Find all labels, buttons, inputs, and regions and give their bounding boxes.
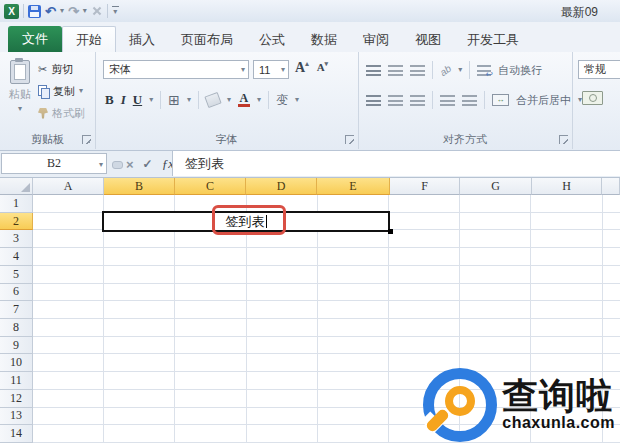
alignment-group-label: 对齐方式 xyxy=(358,132,572,147)
increase-indent-icon[interactable] xyxy=(462,95,477,106)
borders-icon[interactable]: ⊞ xyxy=(168,93,180,107)
customize-tool-icon[interactable] xyxy=(91,5,103,17)
row-header-4[interactable]: 4 xyxy=(0,248,33,266)
wrap-text-button[interactable]: 自动换行 xyxy=(498,63,542,78)
column-header-D[interactable]: D xyxy=(246,178,317,195)
phonetic-guide-icon[interactable]: 变 xyxy=(276,92,288,109)
align-top-icon[interactable] xyxy=(366,65,381,76)
number-format-select[interactable]: 常规 xyxy=(578,60,620,79)
tab-formulas[interactable]: 公式 xyxy=(246,27,298,52)
row-headers: 1234567891011121314 xyxy=(0,195,33,443)
row-header-7[interactable]: 7 xyxy=(0,301,33,319)
row-header-14[interactable]: 14 xyxy=(0,425,33,443)
font-size-select[interactable]: 11 ▾ xyxy=(253,60,289,79)
clipboard-dialog-launcher-icon[interactable] xyxy=(82,135,91,144)
column-header-C[interactable]: C xyxy=(175,178,246,195)
align-left-icon[interactable] xyxy=(366,95,381,106)
ribbon: 粘贴 ▾ ✂ 剪切 复制 ▾ 格式刷 剪贴板 宋体 ▾ xyxy=(0,52,620,151)
orientation-icon[interactable]: ab xyxy=(438,62,453,77)
name-box-dropdown-icon[interactable]: ▾ xyxy=(99,161,103,169)
separator xyxy=(432,61,433,79)
cancel-icon[interactable]: × xyxy=(126,157,134,172)
font-name-value: 宋体 xyxy=(109,62,131,77)
undo-icon[interactable]: ↶ xyxy=(45,5,56,18)
group-clipboard: 粘贴 ▾ ✂ 剪切 复制 ▾ 格式刷 剪贴板 xyxy=(0,52,96,149)
tab-insert[interactable]: 插入 xyxy=(116,27,168,52)
column-header-F[interactable]: F xyxy=(390,178,460,195)
ribbon-tab-strip: 文件 开始 插入 页面布局 公式 数据 审阅 视图 开发工具 xyxy=(0,22,620,53)
underline-dropdown-icon[interactable]: ▾ xyxy=(149,96,153,104)
row-header-8[interactable]: 8 xyxy=(0,319,33,337)
excel-app-icon[interactable]: X xyxy=(4,4,19,19)
shrink-font-button[interactable]: A▾ xyxy=(317,60,328,73)
enter-icon[interactable]: ✓ xyxy=(143,157,153,171)
select-all-triangle-icon xyxy=(21,183,30,192)
font-color-dropdown-icon[interactable]: ▾ xyxy=(257,96,261,104)
align-middle-icon[interactable] xyxy=(388,65,403,76)
borders-dropdown-icon[interactable]: ▾ xyxy=(187,96,191,104)
copy-button[interactable]: 复制 ▾ xyxy=(38,80,94,102)
underline-button[interactable]: U xyxy=(133,92,142,108)
copy-dropdown-icon[interactable]: ▾ xyxy=(79,87,83,95)
column-header-E[interactable]: E xyxy=(317,178,390,195)
font-dialog-launcher-icon[interactable] xyxy=(345,135,354,144)
column-header-partial[interactable] xyxy=(602,178,620,195)
row-header-2[interactable]: 2 xyxy=(0,213,33,231)
bold-button[interactable]: B xyxy=(105,92,114,108)
save-icon[interactable] xyxy=(28,5,41,18)
tab-home[interactable]: 开始 xyxy=(62,26,116,53)
orientation-dropdown-icon[interactable]: ▾ xyxy=(458,66,462,74)
row-header-12[interactable]: 12 xyxy=(0,390,33,408)
redo-dropdown-icon[interactable]: ▾ xyxy=(83,7,87,15)
watermark: 查询啦 chaxunla.com xyxy=(423,366,615,442)
chevron-down-icon[interactable]: ▾ xyxy=(278,66,288,74)
title-bar: X ↶ ▾ ↷ ▾ ▾ 最新09 xyxy=(0,0,620,23)
accounting-format-icon[interactable] xyxy=(582,91,603,105)
format-painter-button[interactable]: 格式刷 xyxy=(38,102,94,124)
align-center-icon[interactable] xyxy=(388,95,403,106)
italic-button[interactable]: I xyxy=(121,92,126,108)
qat-more-icon[interactable]: ▾ xyxy=(112,6,119,16)
chevron-down-icon[interactable]: ▾ xyxy=(238,66,248,74)
group-alignment: ab ▾ ↩ 自动换行 ↔ 合并后居中 ▾ 对齐方式 xyxy=(358,52,573,149)
merge-center-button[interactable]: 合并后居中 xyxy=(516,93,571,108)
row-header-9[interactable]: 9 xyxy=(0,337,33,355)
alignment-dialog-launcher-icon[interactable] xyxy=(559,135,568,144)
row-header-13[interactable]: 13 xyxy=(0,408,33,426)
tab-page-layout[interactable]: 页面布局 xyxy=(168,27,246,52)
undo-dropdown-icon[interactable]: ▾ xyxy=(60,7,64,15)
align-right-icon[interactable] xyxy=(410,95,425,106)
align-bottom-icon[interactable] xyxy=(410,65,425,76)
decrease-indent-icon[interactable] xyxy=(440,95,455,106)
column-header-A[interactable]: A xyxy=(33,178,104,195)
cut-button[interactable]: ✂ 剪切 xyxy=(38,58,94,80)
tab-developer[interactable]: 开发工具 xyxy=(454,27,532,52)
name-box[interactable]: B2 ▾ xyxy=(1,153,107,174)
select-all-button[interactable] xyxy=(0,178,33,195)
fill-color-dropdown-icon[interactable]: ▾ xyxy=(227,96,231,104)
column-header-H[interactable]: H xyxy=(532,178,602,195)
font-color-button[interactable]: A xyxy=(238,93,250,107)
row-header-1[interactable]: 1 xyxy=(0,195,33,213)
row-header-10[interactable]: 10 xyxy=(0,354,33,372)
row-header-11[interactable]: 11 xyxy=(0,372,33,390)
paste-dropdown-icon[interactable]: ▾ xyxy=(18,105,22,113)
tab-review[interactable]: 审阅 xyxy=(350,27,402,52)
column-header-B[interactable]: B xyxy=(104,178,175,195)
column-header-G[interactable]: G xyxy=(460,178,532,195)
tab-data[interactable]: 数据 xyxy=(298,27,350,52)
tab-view[interactable]: 视图 xyxy=(402,27,454,52)
fill-handle[interactable] xyxy=(388,229,393,234)
formula-input[interactable]: 签到表 xyxy=(172,151,620,176)
row-header-5[interactable]: 5 xyxy=(0,266,33,284)
phonetic-dropdown-icon[interactable]: ▾ xyxy=(295,96,299,104)
paste-button[interactable]: 粘贴 ▾ xyxy=(3,57,37,133)
font-name-select[interactable]: 宋体 ▾ xyxy=(103,60,249,79)
tab-file[interactable]: 文件 xyxy=(8,26,62,52)
row-header-3[interactable]: 3 xyxy=(0,230,33,248)
separator xyxy=(484,91,485,109)
fill-color-icon[interactable] xyxy=(204,92,221,108)
redo-icon[interactable]: ↷ xyxy=(68,5,79,18)
row-header-6[interactable]: 6 xyxy=(0,284,33,302)
grow-font-button[interactable]: A▴ xyxy=(295,60,309,76)
